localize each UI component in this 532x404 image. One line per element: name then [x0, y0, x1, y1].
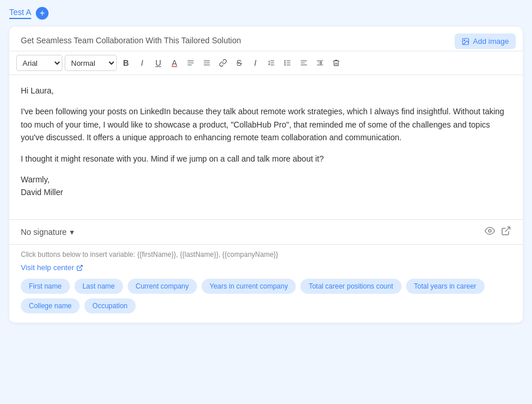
svg-point-16: [285, 65, 285, 65]
highlight-button[interactable]: [184, 55, 198, 70]
tab-test-a[interactable]: Test A: [9, 8, 31, 19]
font-size-select[interactable]: Normal Heading 1 Heading 2 Heading 3: [65, 55, 117, 71]
svg-point-14: [285, 61, 285, 61]
strikethrough-button[interactable]: S: [232, 55, 246, 70]
svg-line-24: [505, 227, 510, 231]
align-left-button[interactable]: [297, 55, 311, 70]
editor-card: Add image Get Seamless Team Collaboratio…: [9, 27, 523, 323]
link-button[interactable]: [216, 55, 230, 70]
signature-selector[interactable]: No signature ▾: [21, 227, 74, 237]
add-image-button[interactable]: Add image: [455, 33, 516, 49]
variable-chips: First nameLast nameCurrent companyYears …: [21, 279, 511, 313]
underline-button[interactable]: U: [151, 55, 165, 70]
image-icon: [462, 38, 470, 46]
signature-row: No signature ▾: [9, 219, 523, 244]
font-color-button[interactable]: A: [168, 55, 181, 70]
variable-chip[interactable]: College name: [21, 298, 80, 313]
italic2-button[interactable]: I: [248, 55, 262, 70]
font-family-select[interactable]: Arial Georgia Times New Roman Verdana: [16, 55, 62, 71]
signature-dropdown-icon: ▾: [70, 227, 74, 237]
italic-button[interactable]: I: [135, 55, 149, 70]
paragraph2-text: I thought it might resonate with you. Mi…: [21, 152, 511, 165]
align-button[interactable]: [200, 55, 214, 70]
visit-help-text: Visit help center: [21, 263, 74, 272]
closing-text: Warmly, David Miller: [21, 173, 511, 199]
visit-help-link[interactable]: Visit help center: [21, 263, 511, 272]
external-link-small-icon: [76, 264, 83, 271]
svg-point-15: [285, 62, 285, 63]
svg-line-25: [79, 265, 83, 268]
greeting-text: Hi Laura,: [21, 84, 511, 97]
variable-chip[interactable]: Occupation: [84, 298, 136, 313]
bold-button[interactable]: B: [119, 55, 133, 70]
tabs-row: Test A +: [9, 7, 523, 20]
svg-point-23: [489, 230, 492, 233]
add-tab-button[interactable]: +: [36, 7, 49, 20]
subject-text: Get Seamless Team Collaboration With Thi…: [21, 36, 241, 45]
unordered-list-button[interactable]: [281, 55, 295, 70]
preview-icon[interactable]: [485, 226, 495, 238]
variable-chip[interactable]: Years in current company: [202, 279, 296, 294]
signature-label: No signature: [21, 227, 66, 237]
bottom-section: Click buttons below to insert variable: …: [9, 244, 523, 323]
editor-body[interactable]: Hi Laura, I've been following your posts…: [9, 75, 523, 219]
svg-point-1: [464, 40, 465, 41]
signature-actions: [485, 226, 511, 238]
ordered-list-button[interactable]: [265, 55, 278, 70]
variable-chip[interactable]: Total years in career: [406, 279, 485, 294]
paragraph1-text: I've been following your posts on Linked…: [21, 105, 511, 144]
external-link-icon[interactable]: [501, 226, 511, 238]
variable-chip[interactable]: First name: [21, 279, 70, 294]
remove-format-button[interactable]: [329, 55, 343, 70]
subject-line: Get Seamless Team Collaboration With Thi…: [9, 27, 523, 51]
variable-chip[interactable]: Current company: [128, 279, 197, 294]
editor-toolbar: Arial Georgia Times New Roman Verdana No…: [9, 51, 523, 75]
variable-chip[interactable]: Last name: [75, 279, 123, 294]
variables-hint: Click buttons below to insert variable: …: [21, 250, 511, 259]
indent-right-button[interactable]: [313, 55, 327, 70]
variable-chip[interactable]: Total career positions count: [300, 279, 401, 294]
